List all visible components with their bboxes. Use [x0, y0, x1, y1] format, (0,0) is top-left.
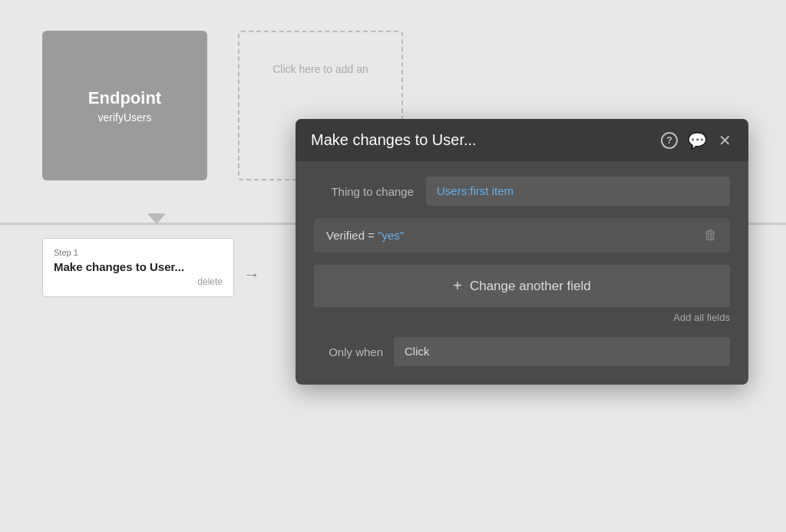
thing-to-change-value: Users:first item [437, 184, 514, 197]
only-when-text: Click [405, 345, 430, 358]
modal-header-icons: ? 💬 ✕ [661, 132, 733, 149]
change-field-btn-label: Change another field [470, 279, 591, 294]
step-arrow-icon: → [243, 265, 260, 285]
verified-text: Verified = "yes" [326, 229, 704, 242]
step-card: Step 1 Make changes to User... delete [42, 238, 234, 297]
modal-title: Make changes to User... [311, 131, 477, 149]
step-title: Make changes to User... [54, 260, 223, 273]
only-when-row: Only when Click [314, 337, 730, 366]
dashed-block-text: Click here to add an [272, 63, 368, 75]
only-when-label: Only when [314, 345, 383, 359]
endpoint-block: Endpoint verifyUsers [42, 31, 207, 180]
divider-arrow [147, 213, 166, 224]
step-area: Step 1 Make changes to User... delete → [42, 238, 257, 297]
plus-icon: + [453, 277, 462, 295]
verified-operator: = [368, 229, 378, 242]
close-icon[interactable]: ✕ [716, 132, 733, 149]
modal-body: Thing to change Users:first item Verifie… [296, 161, 748, 385]
only-when-value-box[interactable]: Click [394, 337, 730, 366]
step-delete-link[interactable]: delete [54, 276, 223, 287]
step-label: Step 1 [54, 248, 223, 257]
verified-label: Verified [326, 229, 365, 242]
verified-delete-icon[interactable]: 🗑 [704, 227, 718, 243]
verified-row: Verified = "yes" 🗑 [314, 218, 730, 253]
add-all-fields-link[interactable]: Add all fields [314, 312, 730, 323]
modal-dialog: Make changes to User... ? 💬 ✕ Thing to c… [296, 119, 748, 385]
thing-to-change-value-box[interactable]: Users:first item [426, 177, 730, 206]
thing-to-change-label: Thing to change [314, 185, 414, 198]
modal-header: Make changes to User... ? 💬 ✕ [296, 119, 748, 161]
verified-value: "yes" [378, 229, 404, 242]
endpoint-subtitle: verifyUsers [97, 111, 151, 124]
thing-to-change-row: Thing to change Users:first item [314, 177, 730, 206]
chat-icon[interactable]: 💬 [689, 132, 705, 149]
endpoint-title: Endpoint [88, 88, 161, 108]
help-icon[interactable]: ? [661, 132, 678, 149]
change-another-field-button[interactable]: + Change another field [314, 265, 730, 307]
